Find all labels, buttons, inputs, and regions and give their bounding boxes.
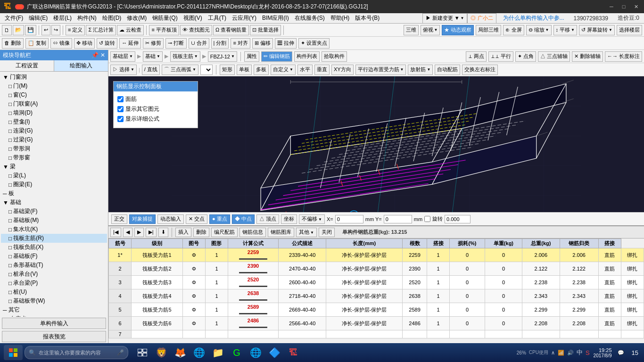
app8-btn[interactable]: 🏗	[285, 344, 302, 361]
other-btn[interactable]: 其他	[296, 228, 317, 237]
sub-type-select[interactable]: 筏板主筋	[170, 51, 200, 62]
setpoint-btn[interactable]: ✦ 设置夹点	[298, 38, 330, 49]
split-btn[interactable]: | 分割	[211, 38, 229, 49]
face-rebar-checkbox[interactable]	[117, 96, 124, 102]
union-btn[interactable]: ∪ 合并	[189, 38, 209, 49]
first-record-btn[interactable]: |◀	[110, 228, 121, 237]
tray-volume-icon[interactable]: 🔊	[567, 350, 574, 356]
delete-btn[interactable]: 🗑 删除	[2, 38, 24, 49]
component-name-select[interactable]: FBZJ-12	[208, 51, 237, 62]
close-button[interactable]: ✕	[632, 2, 640, 11]
tree-item-doorwindow[interactable]: □门联窗(A)	[1, 99, 107, 108]
tree-item-windows[interactable]: ▼门窗洞	[1, 73, 107, 82]
app3-btn[interactable]: 🌐	[190, 344, 207, 361]
rotate-btn[interactable]: ↺ 旋转	[97, 38, 117, 49]
tree-item-foundbeam[interactable]: □基础梁(F)	[1, 207, 107, 216]
save-btn[interactable]: 💾	[25, 25, 36, 35]
parallel-edge-btn[interactable]: 平行边布置受力筋	[355, 65, 406, 75]
align-top-btn[interactable]: ≡ 平齐板顶	[149, 25, 179, 35]
tree-item-wallhole[interactable]: □墙洞(D)	[1, 108, 107, 117]
custom-btn[interactable]: 自定义	[271, 65, 296, 75]
x-input[interactable]	[335, 215, 363, 223]
tree-item-door[interactable]: □门(M)	[1, 82, 107, 90]
tree-item-other[interactable]: ─其它	[1, 305, 107, 314]
open-btn[interactable]: 📂	[13, 25, 24, 35]
three-point-axis-btn[interactable]: △ 三点辅轴	[538, 51, 570, 62]
intersect-btn[interactable]: ✕ 交点	[186, 214, 207, 224]
maximize-button[interactable]: □	[619, 2, 628, 11]
no-offset-btn[interactable]: 不偏移	[299, 214, 325, 224]
menu-component[interactable]: 构件(N)	[74, 13, 99, 23]
partial-3d-btn[interactable]: 局部三维	[476, 25, 501, 35]
clock-date[interactable]: 19:25 2017/8/9	[594, 347, 612, 358]
menu-help[interactable]: 帮助(H)	[328, 13, 353, 23]
copy-btn[interactable]: 📋 复制	[25, 38, 49, 49]
nav-close-btn[interactable]: ✕	[100, 52, 105, 58]
vertical-btn[interactable]: 垂直	[314, 65, 330, 75]
checkbox-show-formula[interactable]: 显示详细公式	[117, 114, 194, 124]
offset-btn[interactable]: ⊞ 偏移	[252, 38, 273, 49]
select-tool[interactable]: ▷ 选择	[110, 65, 137, 75]
app2-btn[interactable]: 🦊	[172, 344, 189, 361]
view-rebar-btn[interactable]: Ω 查看钢筋量	[213, 25, 249, 35]
table-row[interactable]: 1*筏板受力筋1Φ122592339-40-40净长-保护层-保护层225910…	[109, 248, 644, 262]
screen-rotate-btn[interactable]: ↺ 屏幕旋转	[579, 25, 615, 35]
menu-online[interactable]: 在线服务(S)	[292, 13, 328, 23]
y-input[interactable]	[384, 215, 412, 223]
select-floor-btn[interactable]: 选择楼层	[617, 25, 642, 35]
tree-item-pile-cap[interactable]: □桩承台(V)	[1, 270, 107, 279]
rebar-info-btn[interactable]: 钢筋信息	[239, 228, 266, 237]
rebar-data-table-wrap[interactable]: 筋号 级别 图号 图形 计算公式 公式描述 长度(mm) 根数 搭接 损耗(%)	[108, 239, 644, 343]
new-change-btn[interactable]: ▶ 新建变更 ▼	[422, 13, 468, 24]
minimize-button[interactable]: ─	[607, 2, 616, 11]
rect-btn[interactable]: 矩形	[220, 65, 235, 75]
delete-row-btn[interactable]: 删除	[193, 228, 209, 237]
menu-edit[interactable]: 编辑(E)	[26, 13, 50, 23]
tree-item-lintel2[interactable]: □过梁(G)	[1, 135, 107, 144]
report-preview-btn[interactable]: 报表预览	[2, 331, 106, 342]
endpoint-btn[interactable]: ● 重点	[209, 214, 230, 224]
coord-btn[interactable]: 坐标	[281, 214, 297, 224]
vertex-btn[interactable]: △ 顶点	[256, 214, 279, 224]
tree-item-cap-beam[interactable]: □承台梁(P)	[1, 279, 107, 288]
rebar-lib-btn[interactable]: 钢筋图库	[268, 228, 294, 237]
checkbox-face-rebar[interactable]: 面筋	[117, 94, 194, 104]
close-table-btn[interactable]: 关闭	[319, 228, 335, 237]
menu-cloud[interactable]: 云应用(Y)	[229, 13, 259, 23]
batch-select-btn[interactable]: ⊡ 批量选择	[250, 25, 281, 35]
menu-bim[interactable]: BIM应用(I)	[259, 13, 292, 23]
view-btn[interactable]: 俯视	[421, 25, 440, 35]
dynamic-view-btn[interactable]: ★ 动态观察	[442, 25, 474, 35]
show-other-checkbox[interactable]	[117, 106, 124, 112]
nav-menu-draw[interactable]: 绘图输入	[54, 60, 108, 71]
point-angle-btn[interactable]: ✦ 点角	[515, 51, 536, 62]
tray-lang-icon[interactable]: 中	[577, 348, 583, 357]
extend-btn[interactable]: ↔ 延伸	[119, 38, 141, 49]
last-record-btn[interactable]: ▶|	[146, 228, 157, 237]
tree-item-bandhole[interactable]: □带形洞	[1, 144, 107, 153]
app4-btn[interactable]: 📁	[209, 344, 226, 361]
cloud-check-btn[interactable]: ☁ 云检查	[117, 25, 144, 35]
tree-item-slab[interactable]: ─板	[1, 189, 107, 198]
table-row[interactable]: 2筏板受力筋2Φ123902470-40-40净长-保护层-保护层2390100…	[109, 262, 644, 276]
table-row[interactable]: 3筏板受力筋3Φ125202600-40-40净长-保护层-保护层2520100…	[109, 276, 644, 289]
dynamic-input-btn[interactable]: 动态输入	[157, 214, 184, 224]
cad-canvas[interactable]: 钢筋显示控制面板 面筋 显示其它图元 显示详细公式	[108, 76, 644, 225]
menu-file[interactable]: 文件(F)	[2, 13, 26, 23]
tree-item-ringbeam[interactable]: □圈梁(E)	[1, 180, 107, 189]
break-btn[interactable]: ⊸ 打断	[165, 38, 186, 49]
notification-btn[interactable]: 💬	[616, 350, 626, 356]
menu-draw[interactable]: 绘图(D)	[99, 13, 124, 23]
nav-menu-project[interactable]: 工程设置	[0, 60, 54, 71]
tree-item-found-belt[interactable]: □基础板带(W)	[1, 296, 107, 305]
tree-item-bandwindow[interactable]: □带形窗	[1, 153, 107, 162]
single-slab-btn[interactable]: 单板	[237, 65, 252, 75]
multi-slab-btn[interactable]: 多板	[254, 65, 269, 75]
ortho-btn[interactable]: 正交	[111, 214, 127, 224]
dim-arrange-btn[interactable]: 编尺配筋	[211, 228, 238, 237]
snap-btn[interactable]: 对象捕捉	[129, 214, 156, 224]
tree-item-pit[interactable]: □集水坑(K)	[1, 225, 107, 234]
swap-lr-btn[interactable]: 交换左右标注	[462, 65, 498, 75]
radial-rebar-btn[interactable]: 放射筋	[408, 65, 433, 75]
single-component-btn[interactable]: 单构件输入	[2, 318, 106, 329]
